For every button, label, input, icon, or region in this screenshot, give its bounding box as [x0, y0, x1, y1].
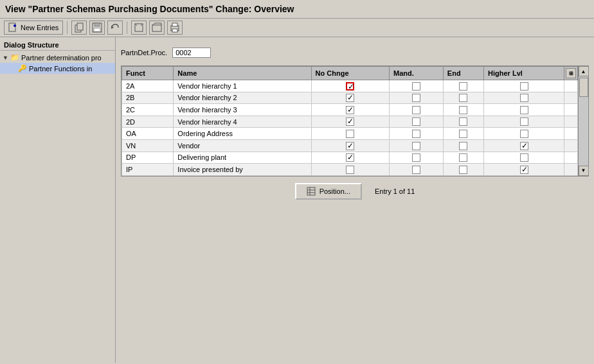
table-row[interactable]: 2CVendor hierarchy 3 [122, 104, 578, 116]
refresh-button[interactable] [131, 21, 147, 35]
cell-end[interactable] [443, 139, 483, 152]
scroll-up-arrow[interactable]: ▲ [579, 66, 589, 76]
svg-rect-0 [9, 23, 15, 31]
cell-empty [564, 164, 578, 176]
cell-higher-lvl[interactable] [484, 104, 564, 116]
undo-icon [110, 22, 120, 33]
table-row[interactable]: OAOrdering Address [122, 128, 578, 140]
cell-higher-lvl[interactable] [484, 116, 564, 128]
cell-name: Vendor hierarchy 3 [174, 104, 311, 116]
copy-button[interactable] [71, 21, 87, 35]
copy-icon [74, 22, 84, 33]
scrollbar[interactable]: ▲ ▼ [578, 66, 588, 176]
cell-no-chnge[interactable] [311, 128, 390, 140]
table-icon: 🔑 [18, 64, 27, 73]
title-bar: View "Partner Schemas Purchasing Documen… [0, 0, 594, 19]
table-row[interactable]: 2DVendor hierarchy 4 [122, 116, 578, 128]
partn-det-label: PartnDet.Proc. [121, 49, 167, 56]
cell-empty [564, 152, 578, 164]
cell-end[interactable] [443, 164, 483, 176]
cell-no-chnge[interactable] [311, 116, 390, 128]
cell-mand[interactable] [390, 128, 444, 140]
position-button[interactable]: Position... [295, 183, 362, 200]
position-icon [307, 187, 316, 196]
sidebar-item-partner-functions[interactable]: 🔑 Partner Functions in [0, 63, 115, 74]
new-entries-label: New Entries [21, 24, 59, 31]
cell-higher-lvl[interactable] [484, 164, 564, 176]
cell-empty [564, 92, 578, 104]
cell-empty [564, 80, 578, 92]
cell-end[interactable] [443, 80, 483, 92]
col-funct: Funct [122, 67, 174, 80]
table-row[interactable]: VNVendor [122, 139, 578, 152]
cell-mand[interactable] [390, 152, 444, 164]
refresh-icon [134, 22, 144, 33]
partner-functions-label: Partner Functions in [29, 65, 92, 73]
cell-mand[interactable] [390, 116, 444, 128]
export-button[interactable] [149, 21, 165, 35]
cell-end[interactable] [443, 92, 483, 104]
cell-name: Invoice presented by [174, 164, 311, 176]
table-container: Funct Name No Chnge Mand. End Higher Lvl… [121, 65, 589, 177]
cell-no-chnge[interactable] [311, 80, 390, 92]
table-row[interactable]: 2BVendor hierarchy 2 [122, 92, 578, 104]
cell-end[interactable] [443, 128, 483, 140]
print-icon [170, 22, 180, 33]
cell-funct: 2D [122, 116, 174, 128]
cell-no-chnge[interactable] [311, 139, 390, 152]
cell-funct: IP [122, 164, 174, 176]
cell-end[interactable] [443, 104, 483, 116]
cell-mand[interactable] [390, 164, 444, 176]
cell-no-chnge[interactable] [311, 152, 390, 164]
print-button[interactable] [167, 21, 183, 35]
sidebar-item-partner-determination[interactable]: ▼ 📁 Partner determination pro [0, 52, 115, 63]
svg-rect-17 [172, 23, 177, 26]
cell-name: Delivering plant [174, 152, 311, 164]
cell-no-chnge[interactable] [311, 164, 390, 176]
field-row: PartnDet.Proc. [121, 48, 589, 58]
cell-name: Vendor hierarchy 4 [174, 116, 311, 128]
partner-determination-label: Partner determination pro [21, 54, 102, 62]
col-mand: Mand. [390, 67, 444, 80]
cell-higher-lvl[interactable] [484, 80, 564, 92]
undo-button[interactable] [107, 21, 123, 35]
table-row[interactable]: 2AVendor hierarchy 1 [122, 80, 578, 92]
partner-functions-table: Funct Name No Chnge Mand. End Higher Lvl… [122, 66, 578, 176]
col-higher-lvl: Higher Lvl [484, 67, 564, 80]
collapse-icon: ▼ [3, 55, 10, 61]
cell-name: Ordering Address [174, 128, 311, 140]
cell-mand[interactable] [390, 139, 444, 152]
cell-higher-lvl[interactable] [484, 92, 564, 104]
cell-end[interactable] [443, 116, 483, 128]
column-icon[interactable]: ⊞ [566, 68, 576, 78]
svg-rect-19 [307, 187, 315, 195]
new-entries-icon [8, 22, 19, 33]
cell-empty [564, 104, 578, 116]
save-icon [92, 22, 102, 33]
cell-no-chnge[interactable] [311, 92, 390, 104]
cell-higher-lvl[interactable] [484, 152, 564, 164]
cell-no-chnge[interactable] [311, 104, 390, 116]
bottom-bar: Position... Entry 1 of 11 [121, 183, 589, 200]
entry-info: Entry 1 of 11 [375, 187, 415, 195]
table-row[interactable]: IPInvoice presented by [122, 164, 578, 176]
cell-mand[interactable] [390, 92, 444, 104]
scroll-down-arrow[interactable]: ▼ [579, 166, 589, 176]
cell-name: Vendor [174, 139, 311, 152]
cell-name: Vendor hierarchy 1 [174, 80, 311, 92]
folder-icon: 📁 [10, 53, 19, 62]
new-entries-button[interactable]: New Entries [4, 21, 63, 35]
cell-end[interactable] [443, 152, 483, 164]
scroll-thumb[interactable] [579, 78, 588, 97]
partn-det-input[interactable] [172, 48, 211, 58]
cell-mand[interactable] [390, 104, 444, 116]
cell-mand[interactable] [390, 80, 444, 92]
svg-rect-6 [94, 23, 100, 26]
col-no-chnge: No Chnge [311, 67, 390, 80]
cell-higher-lvl[interactable] [484, 128, 564, 140]
save-button[interactable] [89, 21, 105, 35]
table-row[interactable]: DPDelivering plant [122, 152, 578, 164]
cell-higher-lvl[interactable] [484, 139, 564, 152]
content-area: PartnDet.Proc. Funct Name No Chnge Mand.… [116, 37, 594, 363]
export-icon [152, 22, 162, 33]
